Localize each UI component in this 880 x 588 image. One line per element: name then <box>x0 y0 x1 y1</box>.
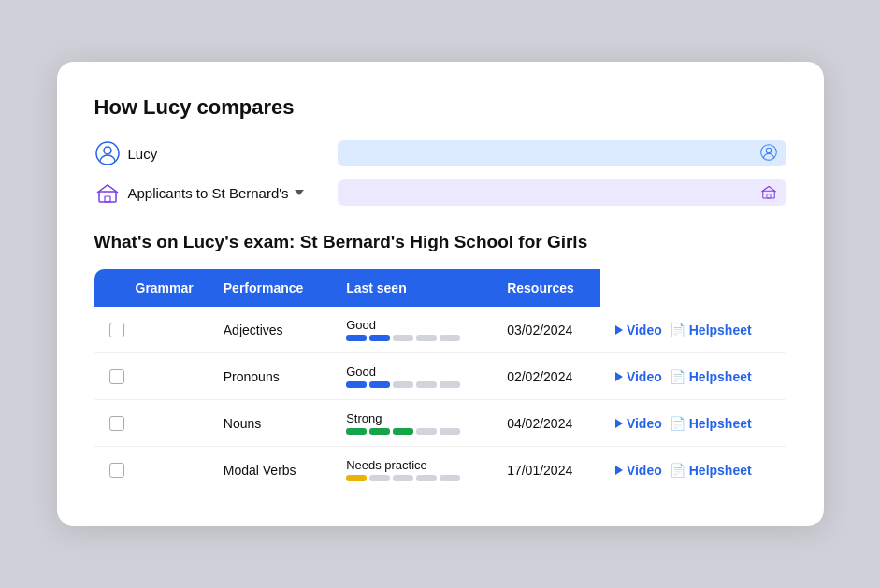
perf-segment <box>416 381 437 388</box>
table-row: AdjectivesGood03/02/2024 Video📄 Helpshee… <box>94 307 786 353</box>
subject-cell: Modal Verbs <box>209 447 331 494</box>
row-checkbox[interactable] <box>109 463 124 478</box>
document-icon: 📄 <box>670 463 685 478</box>
table-row: NounsStrong04/02/2024 Video📄 Helpsheet <box>94 400 786 447</box>
checkbox-cell <box>94 307 209 353</box>
table-row: Modal VerbsNeeds practice17/01/2024 Vide… <box>94 447 786 494</box>
chevron-down-icon <box>295 190 304 195</box>
last-seen-cell: 17/01/2024 <box>492 447 600 494</box>
perf-segment <box>393 475 413 481</box>
perf-segment <box>440 475 460 481</box>
svg-point-3 <box>766 148 772 153</box>
perf-segment <box>393 381 413 388</box>
svg-rect-5 <box>105 196 110 202</box>
comparison-row-applicants: Applicants to St Bernard's <box>94 179 786 206</box>
performance-cell: Good <box>331 307 492 353</box>
col-performance: Performance <box>209 269 331 307</box>
checkbox-cell <box>94 353 209 400</box>
applicants-label-group: Applicants to St Bernard's <box>94 179 338 206</box>
subject-cell: Adjectives <box>209 307 331 353</box>
perf-segment <box>440 381 460 388</box>
resources-cell: Video📄 Helpsheet <box>600 307 786 353</box>
play-icon <box>615 372 623 381</box>
perf-segment <box>346 475 367 481</box>
row-checkbox[interactable] <box>109 369 124 384</box>
perf-segment <box>369 335 390 341</box>
performance-bar <box>346 381 477 388</box>
resources-cell: Video📄 Helpsheet <box>600 400 786 447</box>
perf-segment <box>369 428 390 435</box>
perf-segment <box>346 381 367 388</box>
main-card: How Lucy compares Lucy <box>57 62 824 526</box>
lucy-text: Lucy <box>128 146 158 162</box>
lucy-bar <box>338 140 786 166</box>
performance-label: Good <box>346 365 477 379</box>
performance-cell: Needs practice <box>331 447 492 494</box>
row-checkbox[interactable] <box>109 416 124 431</box>
perf-segment <box>440 428 460 435</box>
lucy-bar-icon <box>760 144 777 164</box>
performance-label: Needs practice <box>346 458 477 472</box>
helpsheet-link[interactable]: 📄 Helpsheet <box>670 323 752 337</box>
last-seen-cell: 03/02/2024 <box>492 307 600 353</box>
subject-cell: Pronouns <box>209 353 331 400</box>
performance-label: Good <box>346 318 477 332</box>
resource-links: Video📄 Helpsheet <box>615 416 772 431</box>
last-seen-cell: 02/02/2024 <box>492 353 600 400</box>
school-icon <box>94 179 121 206</box>
checkbox-cell <box>94 400 209 447</box>
applicants-dropdown[interactable]: Applicants to St Bernard's <box>128 185 304 201</box>
play-icon <box>615 419 623 428</box>
helpsheet-link[interactable]: 📄 Helpsheet <box>670 416 752 431</box>
table-header-row: Grammar Performance Last seen Resources <box>94 269 786 307</box>
resources-cell: Video📄 Helpsheet <box>600 353 786 400</box>
play-icon <box>615 325 623 335</box>
perf-segment <box>369 475 390 481</box>
video-link[interactable]: Video <box>615 416 662 431</box>
perf-segment <box>393 428 413 435</box>
comparison-title: How Lucy compares <box>94 95 786 120</box>
col-last-seen: Last seen <box>331 269 492 307</box>
video-link[interactable]: Video <box>615 369 662 384</box>
perf-segment <box>393 335 413 341</box>
perf-segment <box>369 381 390 388</box>
lucy-label-group: Lucy <box>94 140 338 166</box>
perf-segment <box>416 475 437 481</box>
resource-links: Video📄 Helpsheet <box>615 323 772 337</box>
helpsheet-link[interactable]: 📄 Helpsheet <box>670 463 752 478</box>
perf-segment <box>416 428 437 435</box>
play-icon <box>615 466 623 475</box>
perf-segment <box>346 428 367 435</box>
document-icon: 📄 <box>670 323 685 337</box>
helpsheet-link[interactable]: 📄 Helpsheet <box>670 369 752 384</box>
last-seen-cell: 04/02/2024 <box>492 400 600 447</box>
svg-rect-7 <box>766 194 770 197</box>
performance-cell: Strong <box>331 400 492 447</box>
col-grammar: Grammar <box>94 269 209 307</box>
exam-title: What's on Lucy's exam: St Bernard's High… <box>94 232 786 252</box>
applicants-bar <box>338 179 786 206</box>
resource-links: Video📄 Helpsheet <box>615 369 772 384</box>
performance-bar <box>346 428 477 435</box>
applicants-bar-icon <box>760 183 777 203</box>
performance-cell: Good <box>331 353 492 400</box>
video-link[interactable]: Video <box>615 463 662 478</box>
subject-cell: Nouns <box>209 400 331 447</box>
resources-cell: Video📄 Helpsheet <box>600 447 786 494</box>
video-link[interactable]: Video <box>615 323 662 337</box>
table-row: PronounsGood02/02/2024 Video📄 Helpsheet <box>94 353 786 400</box>
comparison-rows: Lucy <box>94 140 786 206</box>
document-icon: 📄 <box>670 369 685 384</box>
grammar-table: Grammar Performance Last seen Resources … <box>94 269 786 493</box>
lucy-icon <box>94 140 121 166</box>
checkbox-cell <box>94 447 209 494</box>
comparison-row-lucy: Lucy <box>94 140 786 166</box>
performance-label: Strong <box>346 411 477 425</box>
perf-segment <box>346 335 367 341</box>
row-checkbox[interactable] <box>109 323 124 337</box>
perf-segment <box>440 335 460 341</box>
performance-bar <box>346 475 477 481</box>
document-icon: 📄 <box>670 416 685 431</box>
performance-bar <box>346 335 477 341</box>
applicants-text: Applicants to St Bernard's <box>128 185 289 201</box>
